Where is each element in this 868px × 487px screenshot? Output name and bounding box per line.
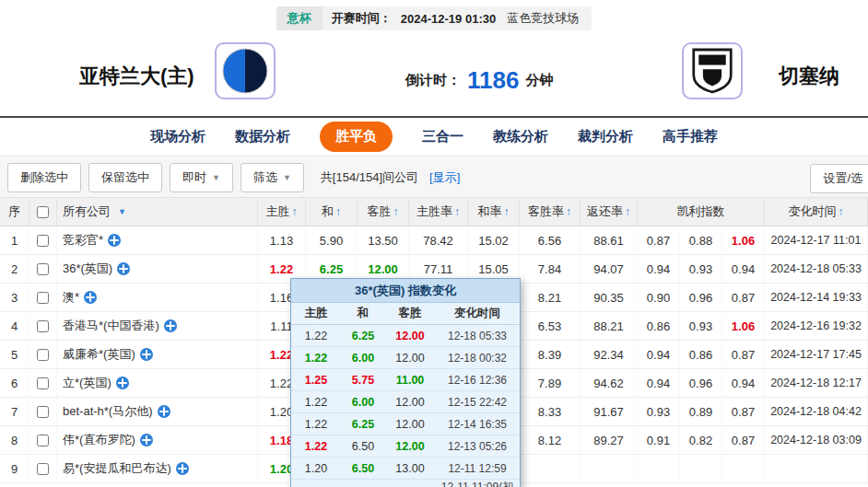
- row-index: 4: [0, 312, 29, 340]
- company-name[interactable]: 香港马*(中国香港): [63, 318, 159, 334]
- tab-data-analysis[interactable]: 数据分析: [235, 128, 290, 145]
- col-away-rate[interactable]: 客胜率 ↑: [520, 198, 581, 226]
- row-index: 1: [0, 226, 29, 254]
- change-time: 2024-12-17 17:45: [765, 341, 868, 368]
- change-time: 2024-12-18 04:42: [765, 398, 868, 425]
- row-index: 6: [0, 369, 29, 397]
- kelly-draw: 0.88: [680, 226, 722, 254]
- kelly-away: 1.06: [722, 312, 765, 340]
- home-team-name: 亚特兰大(主): [79, 63, 194, 90]
- settings-button[interactable]: 设置/选: [810, 164, 868, 193]
- company-filter-icon[interactable]: ▼: [118, 207, 126, 216]
- company-cell: 澳*: [57, 284, 258, 311]
- away-rate: 6.56: [520, 226, 581, 254]
- col-home-odds[interactable]: 主胜 ↑: [258, 198, 306, 226]
- company-name[interactable]: 澳*: [63, 289, 79, 306]
- col-return-rate[interactable]: 返还率 ↑: [581, 198, 638, 226]
- return-rate: 88.21: [581, 312, 638, 340]
- col-return-rate-label: 返还率: [587, 203, 623, 220]
- company-detail-icon[interactable]: [84, 291, 97, 304]
- tab-live-analysis[interactable]: 现场分析: [150, 128, 205, 145]
- col-away-odds[interactable]: 客胜 ↑: [358, 198, 409, 226]
- countdown: 倒计时： 1186 分钟: [405, 68, 553, 92]
- tab-three-in-one[interactable]: 三合一: [422, 128, 463, 145]
- popup-away-odds: 12.00: [385, 352, 435, 365]
- table-row[interactable]: 1竞彩官*1.135.9013.5078.4215.026.5688.610.8…: [0, 226, 868, 255]
- row-checkbox[interactable]: [37, 263, 49, 275]
- col-company[interactable]: 所有公司 ▼: [57, 198, 258, 226]
- company-name[interactable]: 易*(安提瓜和巴布达): [63, 460, 171, 477]
- company-detail-icon[interactable]: [164, 319, 177, 332]
- delete-selected-button[interactable]: 删除选中: [7, 163, 81, 192]
- popup-row: 1.207.0013.0012-11 11:09(初盘): [291, 480, 520, 487]
- row-checkbox[interactable]: [37, 463, 49, 475]
- tab-win-draw-loss[interactable]: 胜平负: [320, 122, 393, 152]
- row-checkbox-cell: [29, 426, 57, 454]
- change-time: 2024-12-18 12:17: [765, 369, 868, 397]
- col-time-label: 变化时间: [789, 203, 837, 220]
- col-draw-rate[interactable]: 和率 ↑: [468, 198, 520, 226]
- countdown-unit: 分钟: [525, 72, 553, 89]
- popup-change-time: 12-18 00:32: [435, 352, 520, 365]
- kelly-home: 0.90: [638, 284, 680, 311]
- sort-asc-icon: ↑: [504, 205, 510, 218]
- row-checkbox[interactable]: [37, 235, 49, 247]
- show-link[interactable]: [显示]: [429, 169, 460, 186]
- kelly-away: 0.87: [722, 398, 765, 425]
- row-checkbox[interactable]: [37, 377, 49, 389]
- row-checkbox[interactable]: [37, 349, 49, 361]
- col-draw-label: 和: [322, 203, 334, 220]
- popup-row: 1.226.0012.0012-15 22:42: [291, 391, 520, 413]
- kelly-home: 0.91: [638, 426, 680, 454]
- keep-selected-button[interactable]: 保留选中: [88, 163, 162, 192]
- company-detail-icon[interactable]: [176, 462, 189, 475]
- instant-dropdown[interactable]: 即时 ▼: [170, 163, 233, 192]
- company-name[interactable]: 36*(英国): [63, 261, 112, 277]
- popup-change-time: 12-18 05:33: [435, 330, 520, 342]
- company-detail-icon[interactable]: [140, 434, 153, 446]
- kelly-away: 0.94: [722, 369, 765, 397]
- chevron-down-icon: ▼: [283, 173, 291, 182]
- kelly-home: 0.94: [638, 341, 680, 368]
- company-detail-icon[interactable]: [140, 348, 153, 361]
- company-name[interactable]: 威廉希*(英国): [63, 346, 135, 363]
- row-checkbox[interactable]: [37, 435, 49, 446]
- popup-col-header: 主胜: [291, 306, 341, 321]
- col-change-time[interactable]: 变化时间 ↑: [765, 198, 868, 226]
- row-checkbox[interactable]: [37, 406, 49, 418]
- popup-home-odds: 1.25: [291, 374, 341, 387]
- kelly-draw: 0.86: [680, 341, 722, 368]
- col-draw-odds[interactable]: 和 ↑: [306, 198, 358, 226]
- company-detail-icon[interactable]: [116, 377, 129, 389]
- popup-away-odds: 12.00: [385, 330, 435, 342]
- popup-row: 1.255.7511.0012-16 12:36: [291, 369, 520, 391]
- sort-asc-icon: ↑: [566, 205, 571, 218]
- company-detail-icon[interactable]: [108, 234, 121, 247]
- away-rate: [520, 455, 581, 482]
- popup-col-header: 客胜: [385, 306, 435, 321]
- row-checkbox[interactable]: [37, 320, 49, 332]
- col-home-rate[interactable]: 主胜率 ↑: [409, 198, 468, 226]
- company-detail-icon[interactable]: [158, 405, 170, 418]
- filter-dropdown[interactable]: 筛选 ▼: [240, 163, 304, 192]
- popup-home-odds: 1.22: [291, 418, 341, 431]
- company-detail-icon[interactable]: [117, 262, 130, 275]
- company-name[interactable]: bet-at-h*(马尔他): [63, 403, 153, 420]
- away-rate: 6.53: [520, 312, 581, 340]
- tab-expert-picks[interactable]: 高手推荐: [663, 128, 718, 145]
- row-checkbox[interactable]: [37, 292, 49, 304]
- table-header: 序 所有公司 ▼ 主胜 ↑ 和 ↑ 客胜 ↑ 主胜率 ↑ 和率 ↑ 客胜率: [0, 198, 868, 226]
- tab-referee-analysis[interactable]: 裁判分析: [578, 128, 633, 145]
- popup-row: 1.226.5012.0012-13 05:26: [291, 435, 520, 458]
- change-time: 2024-12-17 11:01: [765, 226, 868, 254]
- col-company-label: 所有公司: [63, 203, 111, 220]
- company-name[interactable]: 竞彩官*: [63, 232, 103, 249]
- popup-body: 1.226.2512.0012-18 05:331.226.0012.0012-…: [291, 325, 520, 487]
- sort-asc-icon: ↑: [839, 205, 844, 218]
- select-all-checkbox[interactable]: [37, 206, 49, 218]
- tab-coach-analysis[interactable]: 教练分析: [493, 128, 548, 145]
- company-name[interactable]: 立*(英国): [63, 375, 111, 391]
- company-name[interactable]: 伟*(直布罗陀): [63, 432, 135, 448]
- row-index: 3: [0, 284, 29, 311]
- draw-odds: 5.90: [306, 226, 358, 254]
